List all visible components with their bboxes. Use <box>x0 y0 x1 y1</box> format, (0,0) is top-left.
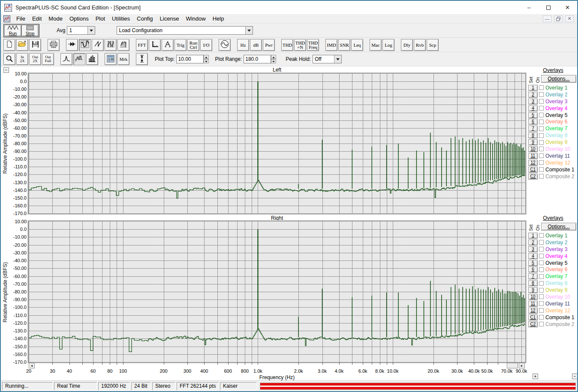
line-plot-button[interactable] <box>73 53 85 65</box>
macro-button[interactable]: Mac <box>370 39 382 51</box>
avg-select[interactable]: 1 <box>67 26 95 35</box>
bar-plot-button[interactable] <box>86 53 98 65</box>
trigger-button[interactable]: Trig <box>175 39 187 51</box>
overlay-on-checkbox-11[interactable] <box>539 301 544 306</box>
overlay-set-button-10[interactable]: 10 <box>528 294 538 300</box>
surface-plot-button[interactable] <box>117 39 129 51</box>
overlay-set-button-2[interactable]: 2 <box>528 92 538 98</box>
right-spectrum-plot[interactable] <box>29 221 525 362</box>
overlay-set-button-8[interactable]: 8 <box>528 280 538 286</box>
overlay-set-button-7[interactable]: 7 <box>528 126 538 132</box>
io-button[interactable]: I/O <box>200 39 212 51</box>
menu-config[interactable]: Config <box>133 15 157 23</box>
overlay-set-button-10[interactable]: 10 <box>528 146 538 152</box>
overlay-on-checkbox-c2[interactable] <box>539 322 544 326</box>
new-button[interactable] <box>3 39 15 51</box>
overlay-on-checkbox-6[interactable] <box>539 120 544 124</box>
menu-help[interactable]: Help <box>209 15 228 23</box>
menu-license[interactable]: License <box>157 15 183 23</box>
delay-button[interactable]: Dly <box>401 39 413 51</box>
left-spectrum-plot[interactable] <box>29 74 525 213</box>
overlay-on-checkbox-12[interactable] <box>539 160 544 165</box>
overlay-on-checkbox-c2[interactable] <box>539 174 544 179</box>
overlay-set-button-9[interactable]: 9 <box>528 139 538 145</box>
overlay-on-checkbox-8[interactable] <box>539 281 544 286</box>
overlay-options-button[interactable]: Options... <box>541 223 576 230</box>
overlay-set-button-7[interactable]: 7 <box>528 273 538 279</box>
run-button[interactable]: Run <box>4 25 21 36</box>
menu-file[interactable]: File <box>13 15 29 23</box>
overlay-set-button-6[interactable]: 6 <box>528 119 538 125</box>
overlay-on-checkbox-8[interactable] <box>539 133 544 138</box>
child-restore-button[interactable] <box>554 15 563 22</box>
overlay-set-button-5[interactable]: 5 <box>528 112 538 118</box>
overlay-on-checkbox-4[interactable] <box>539 106 544 111</box>
overlay-set-button-2[interactable]: 2 <box>528 239 538 245</box>
time-series-button[interactable] <box>66 39 78 51</box>
spin-up-icon[interactable] <box>271 55 276 59</box>
overlay-set-button-5[interactable]: 5 <box>528 260 538 266</box>
menu-mode[interactable]: Mode <box>45 15 66 23</box>
overlay-set-button-c2[interactable]: C2 <box>528 321 538 327</box>
overlay-set-button-3[interactable]: 3 <box>528 99 538 105</box>
menu-window[interactable]: Window <box>182 15 209 23</box>
scaling-button[interactable] <box>149 39 161 51</box>
scroll-right-button[interactable]: ► <box>519 363 525 368</box>
thd-freq-button[interactable]: THD Freq <box>307 39 319 51</box>
zoom-out-2x-button[interactable]: Out 2X <box>29 53 41 65</box>
overlay-on-checkbox-6[interactable] <box>539 267 544 272</box>
overlay-on-checkbox-7[interactable] <box>539 274 544 279</box>
waveform-button[interactable] <box>92 39 104 51</box>
menu-utilities[interactable]: Utilities <box>108 15 133 23</box>
overlay-set-button-12[interactable]: 12 <box>528 308 538 314</box>
spin-up-icon[interactable] <box>204 55 209 59</box>
overlay-on-checkbox-11[interactable] <box>539 153 544 158</box>
window-minimize-button[interactable]: – <box>519 1 539 14</box>
overlay-on-checkbox-5[interactable] <box>539 260 544 265</box>
thdn-button[interactable]: THD +N <box>294 39 306 51</box>
plot-options-button[interactable] <box>105 53 117 65</box>
hz-button[interactable]: Hz <box>237 39 249 51</box>
overlay-set-button-4[interactable]: 4 <box>528 253 538 259</box>
stop-button[interactable]: Stop <box>21 25 39 36</box>
menu-edit[interactable]: Edit <box>29 15 45 23</box>
overlay-set-button-c1[interactable]: C1 <box>528 314 538 320</box>
zoom-out-full-button[interactable]: Out Full <box>42 53 54 65</box>
overlay-set-button-6[interactable]: 6 <box>528 266 538 272</box>
overlay-on-checkbox-4[interactable] <box>539 254 544 258</box>
spin-down-icon[interactable] <box>271 59 276 63</box>
thd-button[interactable]: THD <box>281 39 293 51</box>
overlay-set-button-9[interactable]: 9 <box>528 287 538 293</box>
overlay-set-button-3[interactable]: 3 <box>528 246 538 252</box>
overlay-on-checkbox-9[interactable] <box>539 140 544 145</box>
overlay-options-button[interactable]: Options... <box>541 75 576 83</box>
overlay-on-checkbox-9[interactable] <box>539 288 544 293</box>
window-close-button[interactable]: ✕ <box>558 1 577 14</box>
spectrum-view-button[interactable] <box>79 39 91 51</box>
expand-button[interactable]: + <box>533 374 538 379</box>
overlay-set-button-8[interactable]: 8 <box>528 132 538 138</box>
print-button[interactable] <box>48 39 60 51</box>
signal-generator-button[interactable] <box>219 39 231 51</box>
peak-curve-button[interactable] <box>60 53 72 65</box>
open-button[interactable] <box>16 39 28 51</box>
overlay-set-button-12[interactable]: 12 <box>528 160 538 166</box>
plot-top-input[interactable] <box>176 55 204 63</box>
spectrogram-button[interactable] <box>105 39 117 51</box>
overlay-set-button-1[interactable]: 1 <box>528 233 538 239</box>
overlay-on-checkbox-3[interactable] <box>539 99 544 104</box>
log-button[interactable]: Log <box>382 39 394 51</box>
overlay-on-checkbox-2[interactable] <box>539 240 544 245</box>
amplitude-scale-button[interactable] <box>136 53 148 65</box>
menu-plot[interactable]: Plot <box>92 15 108 23</box>
overlay-on-checkbox-10[interactable] <box>539 294 544 299</box>
calibration-button[interactable] <box>162 39 174 51</box>
overlay-on-checkbox-3[interactable] <box>539 247 544 251</box>
overlay-set-button-4[interactable]: 4 <box>528 105 538 111</box>
run-control-button[interactable]: Run Ctrl <box>187 39 199 51</box>
overlay-on-checkbox-1[interactable] <box>539 85 544 90</box>
overlay-on-checkbox-c1[interactable] <box>539 315 544 320</box>
overlay-set-button-c2[interactable]: C2 <box>528 174 538 180</box>
scope-button[interactable]: Scp <box>427 39 439 51</box>
overlay-set-button-c1[interactable]: C1 <box>528 167 538 173</box>
